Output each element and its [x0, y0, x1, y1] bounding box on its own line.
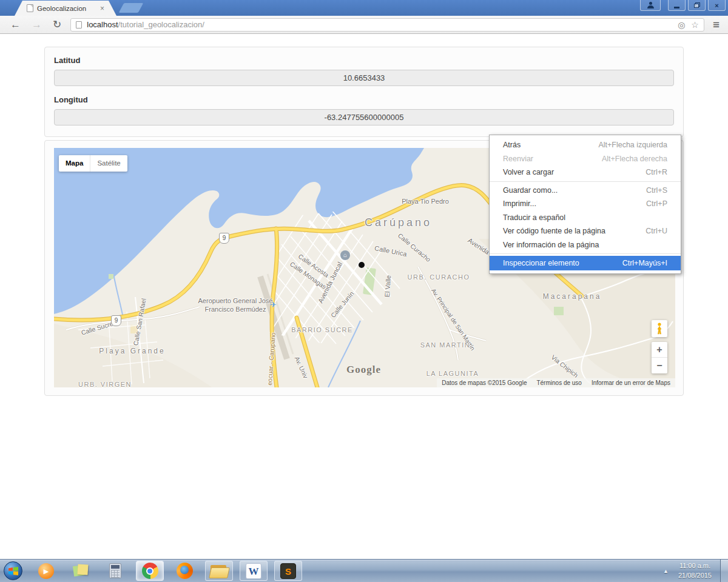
map-attribution: Datos de mapas ©2015 Google Términos de … [437, 378, 675, 387]
menu-item-volver-a-cargar[interactable]: Volver a cargar Ctrl+R [490, 166, 681, 179]
map-label-la-lagunita: LA LAGUNITA [426, 370, 479, 377]
media-player-icon: ▶ [38, 563, 54, 579]
close-button[interactable]: × [708, 0, 726, 11]
google-logo: Google [346, 364, 381, 376]
location-marker[interactable] [359, 262, 365, 268]
word-icon: W [246, 563, 261, 579]
firefox-icon [177, 563, 193, 579]
chrome-menu-button[interactable]: ≡ [709, 19, 723, 30]
zoom-control: + − [652, 342, 667, 373]
folder-icon [210, 564, 228, 578]
page-icon [76, 21, 82, 28]
menu-item-guardar-como[interactable]: Guardar como... Ctrl+S [490, 184, 681, 198]
show-desktop-button[interactable] [720, 560, 728, 582]
tab-close-icon[interactable]: × [100, 5, 104, 12]
reload-button[interactable]: ↻ [47, 19, 67, 30]
show-hidden-icons-button[interactable]: ▲ [663, 568, 669, 574]
latitude-field[interactable]: 10.6653433 [54, 70, 674, 86]
map-label-urb-curacho: URB. CURACHO [408, 273, 470, 281]
longitude-label: Longitud [54, 95, 674, 104]
taskbar-clock[interactable]: 11:00 a.m. 21/08/2015 [678, 561, 712, 581]
bookmark-star-icon[interactable]: ☆ [691, 21, 699, 29]
taskbar-word[interactable]: W [240, 561, 268, 581]
map-label-playa-grande: Playa Grande [99, 347, 165, 355]
lodging-poi-icon[interactable]: ⌂ [340, 250, 350, 260]
browser-window: Geolocalizacion × × ← → ↻ localhost/tuto… [0, 0, 728, 559]
chrome-icon [142, 563, 158, 579]
satellite-view-button[interactable]: Satélite [90, 155, 127, 172]
minimize-button[interactable] [668, 0, 686, 11]
map-label-playa-tio-pedro: Playa Tio Pedro [397, 198, 453, 206]
map-label-san-martin: SAN MARTIN [420, 341, 471, 349]
geolocation-icon[interactable]: ◎ [678, 21, 685, 29]
taskbar-firefox[interactable] [170, 561, 198, 581]
menu-item-traducir[interactable]: Traducir a español [490, 211, 681, 225]
airport-poi-icon: ✈ [270, 300, 277, 309]
titlebar: Geolocalizacion × × [0, 0, 728, 16]
zoom-out-button[interactable]: − [652, 358, 667, 373]
back-button[interactable]: ← [5, 19, 26, 30]
menu-item-atras[interactable]: Atrás Alt+Flecha izquierda [490, 138, 681, 152]
menu-item-imprimir[interactable]: Imprimir... Ctrl+P [490, 197, 681, 211]
map-label-carupano: Carúpano [365, 216, 432, 229]
menu-item-reenviar[interactable]: Reenviar Alt+Flecha derecha [490, 152, 681, 166]
minimize-icon [674, 7, 679, 8]
forward-button[interactable]: → [26, 19, 47, 30]
attribution-data: Datos de mapas ©2015 Google [442, 380, 527, 386]
clock-date: 21/08/2015 [678, 571, 712, 581]
attribution-report-link[interactable]: Informar de un error de Maps [592, 380, 670, 386]
browser-toolbar: ← → ↻ localhost/tutorial_geolocalizacion… [0, 16, 728, 34]
menu-item-ver-codigo-fuente[interactable]: Ver código fuente de la página Ctrl+U [490, 224, 681, 238]
pegman-control[interactable] [652, 320, 667, 337]
sublime-text-icon: S [280, 563, 296, 579]
clock-time: 11:00 a.m. [678, 561, 712, 571]
profile-button[interactable] [640, 0, 661, 11]
pegman-icon [656, 323, 663, 335]
restore-button[interactable] [688, 0, 706, 11]
map-view-button[interactable]: Mapa [59, 155, 90, 172]
route-9-shield: 9 [111, 315, 121, 326]
menu-item-ver-informacion[interactable]: Ver información de la página [490, 238, 681, 252]
address-bar[interactable]: localhost/tutorial_geolocalizacion/ ◎ ☆ [70, 18, 704, 32]
taskbar-calculator[interactable] [101, 561, 129, 581]
context-menu: Atrás Alt+Flecha izquierda Reenviar Alt+… [489, 135, 681, 274]
route-9-shield: 9 [219, 233, 229, 244]
map-type-control: Mapa Satélite [59, 155, 127, 172]
map-label-el-valle: El Valle [383, 275, 393, 297]
calculator-icon [109, 563, 121, 578]
menu-separator [490, 181, 681, 182]
map-label-barrio-sucre: BARRIO SUCRE [291, 326, 353, 333]
person-icon [647, 2, 654, 8]
restore-icon [694, 2, 700, 8]
page-favicon-icon [27, 4, 33, 12]
latitude-label: Latitud [54, 56, 674, 65]
new-tab-button[interactable] [119, 3, 144, 13]
menu-item-inspeccionar-elemento[interactable]: Inspeccionar elemento Ctrl+Mayús+I [490, 256, 681, 270]
zoom-in-button[interactable]: + [652, 342, 667, 358]
browser-tab[interactable]: Geolocalizacion × [15, 1, 116, 16]
map-label-macarapana: Macarapana [543, 292, 602, 301]
start-button[interactable] [4, 561, 22, 580]
longitude-field[interactable]: -63.247755600000005 [54, 109, 674, 125]
menu-separator [490, 253, 681, 254]
tab-title: Geolocalizacion [37, 5, 96, 12]
windows-logo-icon [8, 567, 18, 575]
map-label-urb-virgen: URB. VIRGEN [78, 381, 132, 387]
page-content: Latitud 10.6653433 Longitud -63.24775560… [0, 34, 728, 559]
sticky-notes-icon [73, 564, 88, 578]
attribution-terms-link[interactable]: Términos de uso [536, 380, 581, 386]
taskbar-windows-explorer[interactable] [205, 561, 233, 581]
taskbar-sublime-text[interactable]: S [274, 561, 302, 581]
taskbar-windows-media-player[interactable]: ▶ [32, 561, 60, 581]
taskbar-chrome[interactable] [136, 561, 164, 581]
taskbar-sticky-notes[interactable] [67, 561, 95, 581]
url-text: localhost/tutorial_geolocalizacion/ [87, 20, 204, 29]
coordinates-card: Latitud 10.6653433 Longitud -63.24775560… [44, 47, 684, 137]
windows-taskbar: ▶ W S ▲ 11:00 a.m. 21/08/2015 [0, 559, 728, 582]
